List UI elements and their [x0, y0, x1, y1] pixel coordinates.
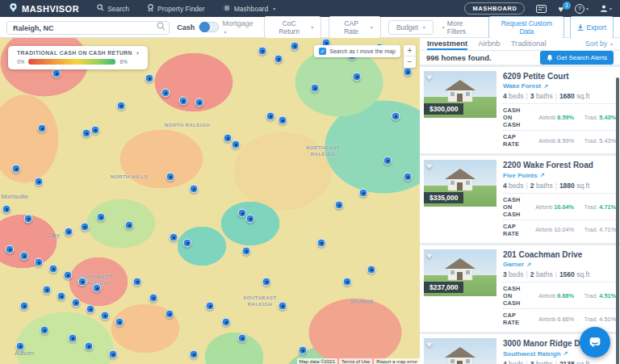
map-pin[interactable]: [161, 89, 170, 98]
map-pin[interactable]: [38, 124, 47, 133]
favorites-heart-icon[interactable]: ♥1: [558, 4, 563, 14]
map-pin[interactable]: [359, 189, 368, 198]
search-as-move-checkbox[interactable]: ✓ Search as I move the map: [314, 45, 400, 57]
map-pin[interactable]: [166, 173, 175, 182]
map-pin[interactable]: [242, 247, 251, 256]
more-filters-link[interactable]: ▾More Filters: [441, 19, 481, 36]
map[interactable]: WyattNORTH RALEIGHNORTHEAST RALEIGHNORTH…: [0, 38, 420, 364]
map-pin[interactable]: [238, 334, 247, 343]
map-pin[interactable]: [35, 258, 44, 267]
map-pin[interactable]: [86, 305, 95, 314]
map-pin[interactable]: [343, 278, 352, 287]
filter-budget[interactable]: Budget▾: [388, 20, 434, 35]
listing-photo[interactable]: ♥ $335,000: [424, 160, 496, 207]
map-pin[interactable]: [383, 157, 392, 165]
map-pin[interactable]: [133, 278, 142, 287]
mashboard-button[interactable]: MASHBOARD: [464, 2, 525, 15]
map-pin[interactable]: [52, 69, 61, 78]
map-pin[interactable]: [145, 74, 154, 83]
map-pin[interactable]: [115, 318, 124, 327]
map-pin[interactable]: [93, 284, 102, 293]
listing-photo[interactable]: ♥ $300,000: [424, 71, 496, 118]
map-pin[interactable]: [20, 302, 29, 311]
map-pin[interactable]: [392, 112, 400, 121]
map-pin[interactable]: [65, 228, 73, 236]
map-pin[interactable]: [183, 239, 192, 248]
map-pin[interactable]: [179, 97, 188, 106]
listing-neighborhood-link[interactable]: Five Points ↗: [503, 172, 616, 179]
map-pin[interactable]: [125, 221, 134, 230]
map-pin[interactable]: [291, 42, 300, 51]
chat-launcher-button[interactable]: [580, 327, 610, 358]
map-pin[interactable]: [91, 126, 100, 135]
map-pin[interactable]: [222, 318, 231, 327]
map-pin[interactable]: [224, 134, 232, 143]
map-pin[interactable]: [81, 223, 90, 232]
listing-card[interactable]: ♥ $300,000 6209 Petite Court Wake Forest…: [420, 67, 620, 154]
listing-card[interactable]: ♥ $335,000 2200 Wake Forest Road Five Po…: [420, 156, 620, 243]
map-pin[interactable]: [85, 342, 94, 351]
help-icon[interactable]: ?▾: [575, 4, 589, 14]
map-pin[interactable]: [404, 173, 413, 182]
map-pin[interactable]: [43, 286, 52, 295]
tab-investment[interactable]: Investment: [427, 38, 467, 50]
panel-scrollbar[interactable]: [616, 77, 619, 364]
card-list-icon[interactable]: [536, 5, 547, 13]
map-pin[interactable]: [2, 205, 11, 214]
user-menu-icon[interactable]: ▾: [600, 4, 612, 13]
get-search-alerts-button[interactable]: Get Search Alerts: [540, 51, 614, 65]
map-pin[interactable]: [117, 102, 126, 111]
listing-card[interactable]: ♥ $237,000 201 Coachman Drive Garner ↗ 3…: [420, 245, 620, 333]
map-pin[interactable]: [82, 129, 91, 138]
listing-neighborhood-link[interactable]: Wake Forest ↗: [503, 82, 616, 90]
request-custom-data-button[interactable]: Request Custom Data: [488, 16, 564, 39]
listing-neighborhood-link[interactable]: Garner ↗: [503, 261, 616, 268]
map-pin[interactable]: [311, 84, 320, 93]
map-pin[interactable]: [335, 201, 344, 210]
map-pin[interactable]: [317, 239, 326, 248]
map-pin[interactable]: [57, 292, 66, 301]
favorite-heart-icon[interactable]: ♥: [426, 339, 432, 350]
map-pin[interactable]: [24, 215, 33, 224]
map-pin[interactable]: [190, 185, 199, 194]
map-pin[interactable]: [64, 271, 73, 280]
map-pin[interactable]: [299, 346, 308, 355]
filter-coc-return[interactable]: CoC Return▾: [264, 16, 321, 39]
map-pin[interactable]: [69, 334, 78, 343]
map-pin[interactable]: [246, 215, 255, 224]
favorite-heart-icon[interactable]: ♥: [426, 72, 432, 83]
map-pin[interactable]: [190, 350, 199, 359]
listing-address[interactable]: 201 Coachman Drive: [503, 250, 616, 261]
mashvisor-logo[interactable]: MASHVISOR: [8, 2, 79, 15]
map-pin[interactable]: [109, 350, 118, 359]
cash-mortgage-toggle[interactable]: [199, 22, 218, 32]
favorite-heart-icon[interactable]: ♥: [426, 250, 432, 261]
map-pin[interactable]: [353, 73, 362, 82]
map-pin[interactable]: [35, 178, 44, 186]
zoom-out-button[interactable]: −: [404, 56, 416, 68]
map-pin[interactable]: [266, 112, 275, 121]
map-pin[interactable]: [367, 266, 376, 274]
filter-cap-rate[interactable]: CAP Rate▾: [329, 16, 381, 39]
map-pin[interactable]: [170, 233, 178, 242]
map-pin[interactable]: [258, 47, 267, 56]
map-pin[interactable]: [232, 140, 241, 149]
mortgage-dropdown[interactable]: Mortgage ▾: [223, 19, 257, 36]
nav-item-search[interactable]: Search: [97, 4, 129, 13]
map-pin[interactable]: [49, 265, 58, 274]
map-pin[interactable]: [40, 326, 49, 335]
map-pin[interactable]: [262, 278, 271, 287]
map-pin[interactable]: [149, 294, 158, 303]
nav-item-property-finder[interactable]: Property Finder: [147, 4, 205, 14]
listing-photo[interactable]: ♥ $237,000: [424, 249, 496, 296]
map-pin[interactable]: [20, 252, 29, 261]
listing-photo[interactable]: ♥ $364,900: [424, 338, 496, 364]
map-pin[interactable]: [195, 98, 204, 107]
map-pin[interactable]: [72, 299, 81, 308]
zoom-in-button[interactable]: +: [404, 45, 416, 56]
location-search-input[interactable]: [6, 21, 170, 35]
sort-by-dropdown[interactable]: Sort by▾: [585, 38, 613, 50]
map-pin[interactable]: [6, 245, 15, 254]
map-pin[interactable]: [97, 213, 106, 222]
map-pin[interactable]: [78, 278, 87, 287]
